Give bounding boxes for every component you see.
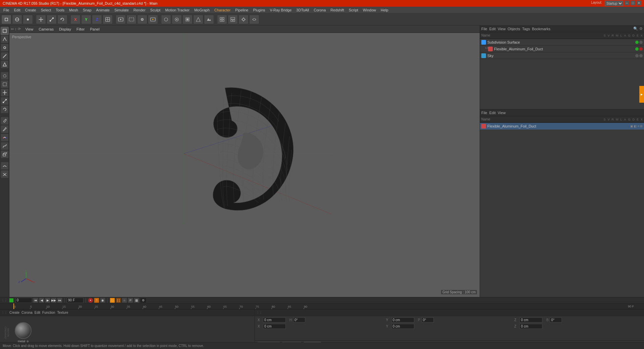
om-search-icon[interactable]: 🔍 xyxy=(633,27,638,31)
material-item[interactable]: metal_p xyxy=(15,322,32,343)
attr-b-value[interactable] xyxy=(550,317,562,322)
toolbar-layout[interactable] xyxy=(228,15,238,24)
lower-action-1[interactable]: ▣ xyxy=(630,124,633,128)
toolbar-scale[interactable] xyxy=(47,15,57,24)
menu-mograph[interactable]: MoGraph xyxy=(192,7,212,13)
timeline-play[interactable]: ▶ xyxy=(45,298,50,303)
attr-x2-value[interactable] xyxy=(263,324,286,329)
attr-p-value[interactable] xyxy=(422,317,434,322)
om-menu-bookmarks[interactable]: Bookmarks xyxy=(532,27,550,31)
attr-y2-value[interactable] xyxy=(391,324,414,329)
toolbar-snap[interactable] xyxy=(238,15,249,24)
sidebar-rect-select[interactable] xyxy=(1,80,9,88)
viewport-menu-display[interactable]: Display xyxy=(57,27,73,32)
sidebar-scale-tool[interactable] xyxy=(1,97,9,105)
timeline-auto[interactable]: ? xyxy=(94,298,99,303)
toolbar-rotate[interactable] xyxy=(57,15,67,24)
sidebar-move-tool[interactable] xyxy=(1,89,9,97)
toolbar-axis-z[interactable]: Z xyxy=(92,15,102,24)
viewport-menu-filter[interactable]: Filter xyxy=(74,27,87,32)
viewport-menu-cameras[interactable]: Cameras xyxy=(37,27,56,32)
lower-action-4[interactable]: ⊞ xyxy=(640,124,643,128)
menu-file[interactable]: File xyxy=(1,7,11,13)
sidebar-live-select[interactable] xyxy=(1,72,9,80)
menu-create[interactable]: Create xyxy=(23,7,38,13)
timeline-solo[interactable]: ◉ xyxy=(100,298,105,303)
toolbar-display-5[interactable] xyxy=(204,15,214,24)
minimize-button[interactable]: ─ xyxy=(625,1,629,5)
timeline-key4[interactable]: P xyxy=(128,298,133,303)
menu-select[interactable]: Select xyxy=(39,7,53,13)
sidebar-texture-mode[interactable] xyxy=(1,35,9,43)
timeline-play-back[interactable]: ◀ xyxy=(39,298,44,303)
attr-z-value[interactable] xyxy=(520,317,542,322)
om-menu-file[interactable]: File xyxy=(481,27,487,31)
attr-x-value[interactable] xyxy=(263,317,286,322)
timeline-play-fwd[interactable]: ▶▶ xyxy=(51,298,56,303)
timeline-key3[interactable]: ○ xyxy=(122,298,127,303)
om-vis-dot-sky[interactable] xyxy=(635,54,639,57)
om-config-icon[interactable]: ⚙ xyxy=(639,27,643,31)
toolbar-axis-x[interactable]: X xyxy=(70,15,80,24)
menu-mesh[interactable]: Mesh xyxy=(67,7,80,13)
material-preview[interactable] xyxy=(15,322,32,339)
sidebar-magnet[interactable] xyxy=(1,134,9,142)
toolbar-display-4[interactable] xyxy=(193,15,203,24)
om-vis-green-subdivision[interactable] xyxy=(635,41,639,44)
toolbar-render-region[interactable] xyxy=(126,15,137,24)
timeline-key2[interactable]: [ ] xyxy=(116,298,121,303)
lower-om-edit[interactable]: Edit xyxy=(489,111,496,115)
timeline-skip-end[interactable]: ⏭ xyxy=(57,298,62,303)
menu-animate[interactable]: Animate xyxy=(94,7,112,13)
om-vis-red-duct[interactable] xyxy=(639,47,643,51)
toolbar-display-3[interactable] xyxy=(182,15,193,24)
sidebar-knife[interactable] xyxy=(1,125,9,133)
om-item-subdivision[interactable]: Subdivision Surface xyxy=(480,39,644,46)
toolbar-axis-y[interactable]: Y xyxy=(81,15,91,24)
om-vis-dot2-subdivision[interactable] xyxy=(639,41,643,44)
toolbar-grid[interactable] xyxy=(217,15,227,24)
attr-h-value[interactable] xyxy=(293,317,305,322)
menu-window[interactable]: Window xyxy=(361,7,378,13)
toolbar-render-active[interactable] xyxy=(148,15,158,24)
menu-edit[interactable]: Edit xyxy=(12,7,22,13)
sidebar-spline[interactable] xyxy=(1,142,9,150)
lower-om-file[interactable]: File xyxy=(481,111,487,115)
menu-motion-tracker[interactable]: Motion Tracker xyxy=(163,7,192,13)
menu-3dtoall[interactable]: 3DToAll xyxy=(294,7,311,13)
menu-pipeline[interactable]: Pipeline xyxy=(233,7,250,13)
menu-sculpt[interactable]: Sculpt xyxy=(148,7,163,13)
menu-script[interactable]: Script xyxy=(347,7,360,13)
sidebar-deform[interactable] xyxy=(1,162,9,170)
maximize-button[interactable]: □ xyxy=(631,1,635,5)
sidebar-poly-mode[interactable] xyxy=(1,60,9,68)
menu-character[interactable]: Character xyxy=(212,7,232,13)
viewport-3d[interactable]: Perspective xyxy=(9,33,480,297)
sidebar-brush[interactable] xyxy=(1,117,9,125)
toolbar-mode-points[interactable] xyxy=(23,15,33,24)
timeline-key6[interactable]: ⚙ xyxy=(140,298,147,303)
layout-select[interactable]: Startup xyxy=(605,1,623,6)
menu-vray-bridge[interactable]: V-Ray Bridge xyxy=(268,7,294,13)
close-button[interactable]: ✕ xyxy=(637,1,641,5)
menu-help[interactable]: Help xyxy=(379,7,390,13)
sidebar-edge-mode[interactable] xyxy=(1,52,9,60)
sidebar-extrude[interactable] xyxy=(1,150,9,158)
menu-plugins[interactable]: Plugins xyxy=(251,7,267,13)
mat-menu-function[interactable]: Function xyxy=(42,311,55,314)
toolbar-coord[interactable] xyxy=(103,15,113,24)
om-item-duct[interactable]: LO Flexible_Aluminum_Foil_Duct xyxy=(480,46,644,52)
menu-corona[interactable]: Corona xyxy=(312,7,328,13)
toolbar-extra[interactable] xyxy=(249,15,259,24)
lower-action-2[interactable]: ◧ xyxy=(634,124,637,128)
timeline-playhead[interactable] xyxy=(13,303,14,309)
sidebar-model-mode[interactable] xyxy=(1,27,9,35)
timeline-key1[interactable]: ⟨⟩ xyxy=(110,298,115,303)
toolbar-render-picture[interactable] xyxy=(116,15,126,24)
menu-simulate[interactable]: Simulate xyxy=(112,7,131,13)
toolbar-mode-object[interactable] xyxy=(1,15,11,24)
lower-action-3[interactable]: ≡ xyxy=(638,124,639,128)
mat-menu-create[interactable]: Create xyxy=(9,311,19,314)
mat-menu-edit[interactable]: Edit xyxy=(35,311,40,314)
viewport-menu-panel[interactable]: Panel xyxy=(88,27,101,32)
